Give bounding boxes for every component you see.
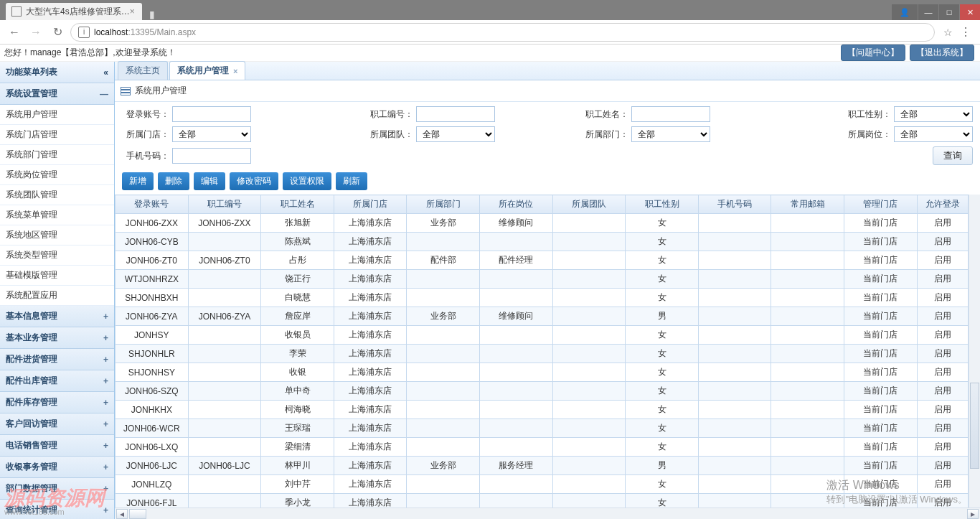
back-button[interactable]: ← <box>6 26 23 39</box>
table-cell: 配件经理 <box>480 251 553 270</box>
table-cell: SHJONHLR <box>116 345 189 363</box>
table-row[interactable]: SHJONHLR李荣上海浦东店女当前门店启用 <box>116 345 969 363</box>
maximize-button[interactable]: □ <box>939 4 959 20</box>
close-tab-icon[interactable]: × <box>130 6 135 17</box>
sidebar-item[interactable]: 系统配置应用 <box>0 286 114 306</box>
post-select[interactable]: 全部 <box>894 126 973 142</box>
logout-button[interactable]: 【退出系统】 <box>910 45 974 61</box>
sidebar-group[interactable]: 系统设置管理— <box>0 83 114 105</box>
table-cell: JONH06-FJL <box>116 494 189 508</box>
change-password-button[interactable]: 修改密码 <box>230 172 278 190</box>
sidebar-item[interactable]: 系统地区管理 <box>0 225 114 246</box>
minimize-button[interactable]: — <box>918 4 938 20</box>
table-row[interactable]: JONH06-WCR王琛瑞上海浦东店女当前门店启用 <box>116 419 969 438</box>
table-row[interactable]: JONH06-LJCJONH06-LJC林甲川上海浦东店业务部服务经理男当前门店… <box>116 457 969 475</box>
menu-icon[interactable]: ⋮ <box>957 25 974 39</box>
table-cell <box>698 438 771 457</box>
sidebar-group[interactable]: 配件库存管理+ <box>0 392 114 413</box>
column-header[interactable]: 所属门店 <box>334 195 407 214</box>
set-permission-button[interactable]: 设置权限 <box>283 172 331 190</box>
content-tab[interactable]: 系统主页 <box>118 61 168 80</box>
content-tab[interactable]: 系统用户管理× <box>169 61 245 80</box>
table-row[interactable]: JONHKHX柯海晓上海浦东店女当前门店启用 <box>116 401 969 419</box>
issue-center-button[interactable]: 【问题中心】 <box>841 45 905 61</box>
team-select[interactable]: 全部 <box>416 126 495 142</box>
scroll-thumb[interactable] <box>129 509 146 519</box>
reload-button[interactable]: ↻ <box>49 25 66 39</box>
sidebar-item[interactable]: 系统类型管理 <box>0 246 114 266</box>
table-cell: 当前门店 <box>844 214 918 233</box>
table-row[interactable]: JONH06-LXQ梁细清上海浦东店女当前门店启用 <box>116 438 969 457</box>
horizontal-scrollbar[interactable]: ◂ ▸ <box>115 508 980 519</box>
table-row[interactable]: WTJONHRZX饶正行上海浦东店女当前门店启用 <box>116 270 969 289</box>
sidebar-item[interactable]: 系统团队管理 <box>0 185 114 205</box>
edit-button[interactable]: 编辑 <box>194 172 225 190</box>
sidebar-group[interactable]: 部门数据管理+ <box>0 478 114 500</box>
scroll-left-icon[interactable]: ◂ <box>116 509 128 519</box>
browser-tab[interactable]: 大型汽车4s店维修管理系… × <box>6 3 142 20</box>
table-row[interactable]: JONH06-ZXXJONH06-ZXX张旭新上海浦东店业务部维修顾问女当前门店… <box>116 214 969 233</box>
sidebar-group[interactable]: 客户回访管理+ <box>0 413 114 435</box>
sidebar-group[interactable]: 收银事务管理+ <box>0 457 114 478</box>
table-cell <box>552 251 626 270</box>
sidebar-item[interactable]: 系统岗位管理 <box>0 165 114 185</box>
sidebar-group[interactable]: 基本业务管理+ <box>0 327 114 349</box>
column-header[interactable]: 常用邮箱 <box>771 195 844 214</box>
sidebar-group[interactable]: 基本信息管理+ <box>0 306 114 327</box>
empno-input[interactable] <box>416 106 495 122</box>
column-header[interactable]: 所在岗位 <box>480 195 553 214</box>
table-cell <box>407 401 480 419</box>
column-header[interactable]: 允许登录 <box>917 195 968 214</box>
column-header[interactable]: 职工编号 <box>188 195 261 214</box>
sidebar-item[interactable]: 系统门店管理 <box>0 125 114 145</box>
collapse-sidebar-icon[interactable]: « <box>103 67 108 78</box>
sidebar-group[interactable]: 配件进货管理+ <box>0 349 114 370</box>
sidebar-group[interactable]: 配件出库管理+ <box>0 370 114 392</box>
sidebar-group[interactable]: 查询统计管理+ <box>0 500 114 519</box>
phone-input[interactable] <box>172 148 251 164</box>
column-header[interactable]: 职工性别 <box>626 195 699 214</box>
bookmark-icon[interactable]: ☆ <box>943 27 953 38</box>
dept-select[interactable]: 全部 <box>631 126 710 142</box>
sidebar-item[interactable]: 系统用户管理 <box>0 105 114 125</box>
column-header[interactable]: 所属团队 <box>552 195 626 214</box>
refresh-button[interactable]: 刷新 <box>336 172 367 190</box>
scroll-right-icon[interactable]: ▸ <box>967 509 979 519</box>
table-row[interactable]: JONH06-CYB陈燕斌上海浦东店女当前门店启用 <box>116 233 969 251</box>
sidebar-item[interactable]: 系统部门管理 <box>0 145 114 165</box>
gender-select[interactable]: 全部 <box>894 106 973 122</box>
table-row[interactable]: SHJONHSY收银上海浦东店女当前门店启用 <box>116 363 969 382</box>
url-input[interactable]: i localhost:13395/Main.aspx <box>70 23 935 42</box>
sidebar-item[interactable]: 基础模版管理 <box>0 266 114 286</box>
table-row[interactable]: SHJONHBXH白晓慧上海浦东店女当前门店启用 <box>116 289 969 307</box>
user-menu-icon[interactable]: 👤 <box>892 4 918 20</box>
table-cell: JONH06-ZYA <box>188 307 261 326</box>
forward-button[interactable]: → <box>27 26 44 39</box>
table-row[interactable]: JONHSY收银员上海浦东店女当前门店启用 <box>116 326 969 345</box>
sidebar-group[interactable]: 电话销售管理+ <box>0 435 114 457</box>
new-tab-button[interactable]: ▮ <box>142 9 162 20</box>
empname-input[interactable] <box>631 106 710 122</box>
login-input[interactable] <box>172 106 251 122</box>
table-row[interactable]: JONH06-FJL季小龙上海浦东店女当前门店启用 <box>116 494 969 508</box>
table-row[interactable]: JONHLZQ刘中芹上海浦东店女当前门店启用 <box>116 475 969 494</box>
column-header[interactable]: 管理门店 <box>844 195 918 214</box>
delete-button[interactable]: 删除 <box>158 172 189 190</box>
table-row[interactable]: JONH06-ZYAJONH06-ZYA詹应岸上海浦东店业务部维修顾问男当前门店… <box>116 307 969 326</box>
table-cell <box>771 345 844 363</box>
column-header[interactable]: 登录账号 <box>116 195 189 214</box>
column-header[interactable]: 职工姓名 <box>261 195 334 214</box>
search-button[interactable]: 查询 <box>933 146 973 165</box>
close-tab-icon[interactable]: × <box>233 67 237 75</box>
table-row[interactable]: JONH06-ZT0JONH06-ZT0占彤上海浦东店配件部配件经理女当前门店启… <box>116 251 969 270</box>
add-button[interactable]: 新增 <box>122 172 154 190</box>
column-header[interactable]: 手机号码 <box>698 195 771 214</box>
table-cell: 当前门店 <box>844 475 918 494</box>
column-header[interactable]: 所属部门 <box>407 195 480 214</box>
table-row[interactable]: JONH06-SZQ单中奇上海浦东店女当前门店启用 <box>116 382 969 401</box>
site-info-icon[interactable]: i <box>78 27 90 38</box>
sidebar-item[interactable]: 系统菜单管理 <box>0 205 114 225</box>
close-window-button[interactable]: ✕ <box>960 4 980 20</box>
store-select[interactable]: 全部 <box>172 126 251 142</box>
vertical-scrollbar[interactable] <box>969 195 980 508</box>
